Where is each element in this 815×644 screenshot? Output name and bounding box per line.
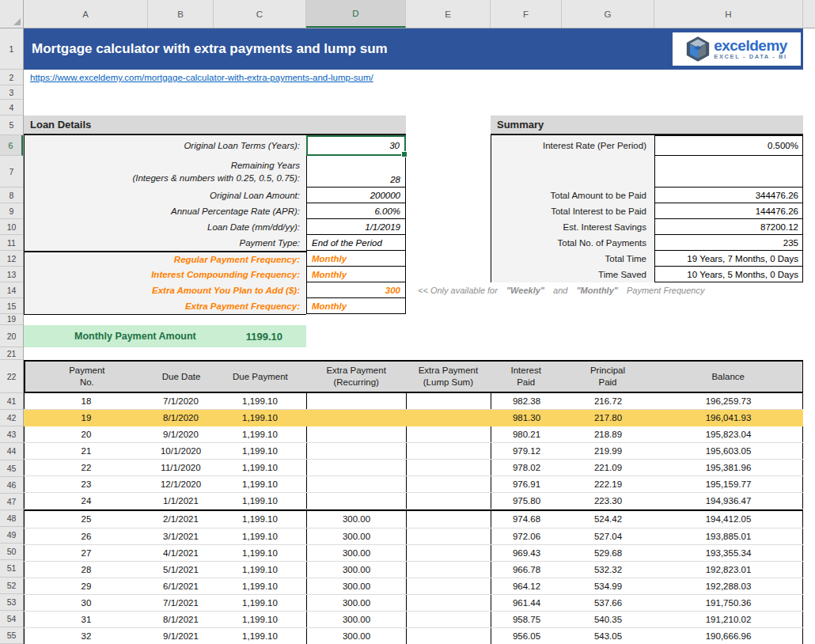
summary-label[interactable]: Total Amount to be Paid	[491, 188, 654, 203]
table-row-highlighted[interactable]: 198/1/20201,199.10981.30217.80196,041.93	[24, 410, 803, 426]
summary-label[interactable]: Interest Rate (Per Period)	[491, 135, 654, 156]
column-header-d-selected[interactable]: D	[306, 0, 406, 28]
table-cell[interactable]: 195,159.77	[654, 476, 803, 492]
row-header[interactable]: 10	[0, 219, 23, 235]
table-cell[interactable]: 300.00	[306, 628, 406, 644]
row-header[interactable]: 46	[0, 477, 23, 494]
summary-label[interactable]	[491, 156, 654, 188]
table-cell[interactable]: 8/1/2021	[148, 612, 214, 627]
table-cell[interactable]: 978.02	[491, 460, 562, 475]
table-cell[interactable]: 194,936.47	[654, 493, 803, 509]
table-header-cell[interactable]: Balance	[654, 362, 802, 392]
loan-value[interactable]: 1/1/2019	[306, 219, 406, 235]
loan-value-orange[interactable]: Monthly	[306, 298, 406, 314]
column-header-h[interactable]: H	[654, 0, 803, 28]
row-header[interactable]: 20	[0, 325, 23, 347]
column-header-e[interactable]: E	[406, 0, 491, 28]
loan-value[interactable]: 28	[306, 156, 406, 188]
row-header[interactable]: 14	[0, 282, 23, 298]
column-header-a[interactable]: A	[24, 0, 148, 28]
table-cell[interactable]: 191,750.36	[654, 595, 803, 611]
row-header[interactable]: 7	[0, 156, 23, 188]
table-cell[interactable]: 300.00	[306, 545, 406, 561]
table-cell[interactable]: 529.68	[562, 545, 654, 561]
table-cell[interactable]: 1,199.10	[214, 410, 306, 426]
table-cell[interactable]	[406, 595, 491, 611]
table-cell[interactable]: 223.30	[562, 493, 654, 509]
table-cell[interactable]: 196,041.93	[654, 410, 803, 426]
table-cell[interactable]: 30	[24, 595, 148, 611]
table-cell[interactable]	[406, 562, 491, 578]
hyperlink-url[interactable]: https://www.exceldemy.com/mortgage-calcu…	[30, 70, 373, 85]
table-row[interactable]: 187/1/20201,199.10982.38216.72196,259.73	[24, 393, 803, 410]
table-cell[interactable]: 192,823.01	[654, 562, 803, 578]
table-cell[interactable]: 527.04	[562, 528, 654, 544]
table-cell[interactable]: 32	[24, 628, 148, 644]
table-cell[interactable]	[406, 493, 491, 509]
loan-value[interactable]: 6.00%	[306, 203, 406, 219]
loan-value-orange[interactable]: 300	[306, 282, 406, 298]
row-header[interactable]: 43	[0, 426, 23, 443]
summary-header[interactable]: Summary	[491, 116, 803, 135]
row-header[interactable]: 49	[0, 527, 23, 544]
table-cell[interactable]: 5/1/2021	[148, 562, 214, 578]
table-cell[interactable]	[406, 528, 491, 544]
table-row[interactable]: 2211/1/20201,199.10978.02221.09195,381.9…	[24, 460, 803, 476]
table-cell[interactable]: 9/1/2021	[148, 628, 214, 644]
table-cell[interactable]: 31	[24, 612, 148, 627]
table-cell[interactable]	[406, 443, 491, 459]
table-header-cell[interactable]: Due Payment	[214, 362, 307, 392]
table-cell[interactable]: 1,199.10	[214, 628, 306, 644]
row-header[interactable]: 41	[0, 393, 23, 410]
table-cell[interactable]: 19	[24, 410, 148, 426]
loan-details-header[interactable]: Loan Details	[24, 116, 406, 135]
table-cell[interactable]: 534.99	[562, 578, 654, 594]
summary-value[interactable]: 19 Years, 7 Months, 0 Days	[654, 251, 803, 267]
row-header[interactable]: 15	[0, 298, 23, 314]
table-cell[interactable]: 300.00	[306, 578, 406, 594]
table-cell[interactable]: 2/1/2021	[148, 511, 214, 527]
select-all-corner[interactable]	[0, 0, 24, 28]
table-cell[interactable]: 193,355.34	[654, 545, 803, 561]
column-header-b[interactable]: B	[148, 0, 214, 28]
table-cell[interactable]: 537.66	[562, 595, 654, 611]
table-cell[interactable]: 9/1/2020	[148, 426, 214, 442]
table-cell[interactable]	[406, 426, 491, 442]
loan-label[interactable]: Original Loan Amount:	[25, 188, 306, 203]
table-cell[interactable]	[306, 393, 406, 409]
table-cell[interactable]: 7/1/2021	[148, 595, 214, 611]
table-cell[interactable]: 18	[24, 393, 148, 409]
summary-value[interactable]: 144476.26	[654, 203, 803, 219]
table-cell[interactable]: 7/1/2020	[148, 393, 214, 409]
table-cell[interactable]: 27	[24, 545, 148, 561]
loan-label-orange[interactable]: Extra Amount You Plan to Add ($):	[25, 282, 306, 298]
table-cell[interactable]: 28	[24, 562, 148, 578]
table-cell[interactable]	[406, 460, 491, 475]
row-header[interactable]: 44	[0, 443, 23, 460]
table-cell[interactable]	[306, 493, 406, 509]
loan-value-orange[interactable]: Monthly	[306, 267, 406, 282]
table-header-cell[interactable]: Interest Paid	[491, 362, 562, 392]
loan-label[interactable]: Payment Type:	[25, 235, 306, 251]
row-header[interactable]: 19	[0, 314, 23, 325]
table-row[interactable]: 263/1/20211,199.10300.00972.06527.04193,…	[24, 528, 803, 545]
table-row[interactable]: 307/1/20211,199.10300.00961.44537.66191,…	[24, 595, 803, 612]
table-cell[interactable]: 29	[24, 578, 148, 594]
table-cell[interactable]: 1,199.10	[214, 460, 306, 475]
row-header[interactable]: 47	[0, 494, 23, 510]
row-header[interactable]: 45	[0, 460, 23, 477]
table-cell[interactable]: 193,885.01	[654, 528, 803, 544]
table-cell[interactable]: 21	[24, 443, 148, 459]
row-header[interactable]: 9	[0, 203, 23, 219]
row-header[interactable]: 53	[0, 594, 23, 611]
table-header-cell[interactable]: Extra Payment (Lump Sum)	[406, 362, 491, 392]
row-header[interactable]: 12	[0, 251, 23, 267]
table-cell[interactable]: 532.32	[562, 562, 654, 578]
row-header[interactable]: 13	[0, 267, 23, 282]
table-row[interactable]: 2312/1/20201,199.10976.91222.19195,159.7…	[24, 476, 803, 493]
loan-label[interactable]: Original Loan Terms (Years):	[25, 135, 306, 156]
row-header[interactable]: 1	[0, 28, 23, 70]
column-header-partial[interactable]	[803, 0, 815, 28]
row-header[interactable]: 4	[0, 100, 23, 116]
summary-label[interactable]: Total No. of Payments	[491, 235, 654, 251]
